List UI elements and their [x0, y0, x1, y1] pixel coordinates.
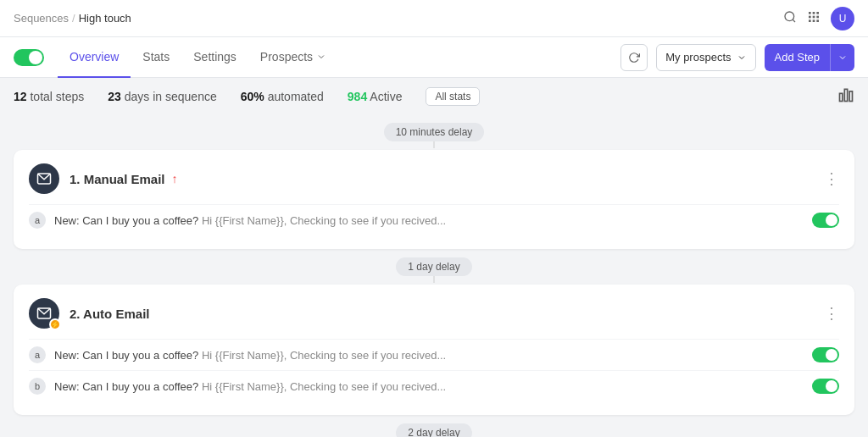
stats-bar: 12 total steps 23 days in sequence 60% a…	[0, 78, 868, 114]
breadcrumb-parent[interactable]: Sequences	[14, 12, 69, 25]
stat-days-in-sequence: 23 days in sequence	[108, 90, 216, 103]
delay-badge-1: 10 minutes delay	[14, 123, 854, 141]
chevron-down-icon	[316, 52, 326, 62]
step-2-icon: ⚡	[29, 298, 59, 329]
top-right-icons: U	[783, 7, 854, 30]
add-step-button[interactable]: Add Step	[765, 44, 855, 71]
svg-point-0	[785, 12, 794, 21]
step-1-header: 1. Manual Email ↑ ⋮	[29, 163, 839, 194]
svg-rect-3	[813, 12, 815, 14]
step-2-row-b: b New: Can I buy you a coffee? Hi {{Firs…	[29, 370, 839, 401]
tab-settings[interactable]: Settings	[181, 37, 248, 78]
tab-overview[interactable]: Overview	[58, 37, 131, 78]
step-1-icon	[29, 163, 59, 194]
step-2-row-a: a New: Can I buy you a coffee? Hi {{Firs…	[29, 339, 839, 370]
step-card-1: 1. Manual Email ↑ ⋮ a New: Can I buy you…	[14, 150, 854, 249]
delay-pill-2: 1 day delay	[396, 257, 471, 276]
avatar[interactable]: U	[831, 7, 854, 30]
svg-rect-11	[840, 93, 843, 101]
refresh-button[interactable]	[620, 44, 648, 71]
svg-rect-10	[816, 19, 819, 22]
row-toggle-2a[interactable]	[812, 347, 839, 362]
sub-nav-right: My prospects Add Step	[620, 44, 854, 71]
row-letter-a: a	[29, 212, 46, 229]
toggle-2a[interactable]	[812, 347, 839, 362]
step-1-title: 1. Manual Email ↑	[70, 172, 824, 186]
toggle-a[interactable]	[812, 213, 839, 228]
chart-icon[interactable]	[837, 86, 854, 106]
svg-rect-6	[813, 15, 815, 18]
all-stats-button[interactable]: All stats	[426, 87, 480, 106]
main-content: 10 minutes delay 1. Manual Email ↑ ⋮ a N…	[0, 114, 868, 437]
add-step-label[interactable]: Add Step	[765, 44, 831, 71]
tab-prospects[interactable]: Prospects	[248, 37, 338, 78]
svg-rect-13	[849, 91, 852, 102]
svg-rect-9	[813, 19, 815, 22]
add-step-caret[interactable]	[831, 44, 854, 71]
row-text-2a: New: Can I buy you a coffee? Hi {{First …	[54, 349, 812, 362]
svg-rect-8	[809, 19, 811, 22]
active-toggle[interactable]	[14, 49, 44, 66]
search-icon[interactable]	[783, 10, 797, 27]
stat-total-steps: 12 total steps	[14, 90, 84, 103]
grid-icon[interactable]	[807, 10, 821, 27]
delay-pill-1: 10 minutes delay	[384, 123, 485, 141]
step-2-header: ⚡ 2. Auto Email ⋮	[29, 298, 839, 329]
top-bar: Sequences / High touch U	[0, 0, 868, 37]
step-card-2: ⚡ 2. Auto Email ⋮ a New: Can I buy you a…	[14, 285, 854, 415]
delay-badge-3: 2 day delay	[14, 423, 854, 437]
row-text-2b: New: Can I buy you a coffee? Hi {{First …	[54, 380, 812, 393]
breadcrumb-current: High touch	[79, 12, 131, 25]
row-toggle-a[interactable]	[812, 213, 839, 228]
row-text-a: New: Can I buy you a coffee? Hi {{First …	[54, 214, 812, 227]
sub-nav: Overview Stats Settings Prospects My pro…	[0, 37, 868, 78]
step-1-menu[interactable]: ⋮	[824, 171, 839, 186]
auto-email-badge: ⚡	[49, 318, 61, 330]
row-letter-2b: b	[29, 378, 46, 395]
svg-rect-12	[844, 89, 847, 101]
breadcrumb: Sequences / High touch	[14, 12, 131, 25]
delay-pill-3: 2 day delay	[396, 423, 471, 437]
stat-automated: 60% automated	[241, 90, 324, 103]
delay-badge-2: 1 day delay	[14, 257, 854, 276]
svg-rect-4	[816, 12, 819, 14]
svg-rect-2	[809, 12, 811, 14]
priority-icon-1: ↑	[172, 172, 178, 185]
row-toggle-2b[interactable]	[812, 379, 839, 394]
toggle-2b[interactable]	[812, 379, 839, 394]
prospects-filter-dropdown[interactable]: My prospects	[656, 44, 755, 71]
step-2-menu[interactable]: ⋮	[824, 306, 839, 321]
step-1-row-a: a New: Can I buy you a coffee? Hi {{Firs…	[29, 204, 839, 235]
svg-line-1	[793, 19, 795, 22]
nav-tabs: Overview Stats Settings Prospects	[58, 37, 338, 78]
add-step-chevron-icon	[837, 53, 848, 63]
prospects-dropdown-chevron	[737, 53, 747, 63]
svg-rect-5	[809, 15, 811, 18]
row-letter-2a: a	[29, 346, 46, 363]
step-2-title: 2. Auto Email	[70, 307, 824, 321]
breadcrumb-sep: /	[72, 12, 75, 25]
svg-rect-7	[816, 15, 819, 18]
steps-wrapper: 10 minutes delay 1. Manual Email ↑ ⋮ a N…	[14, 114, 854, 437]
stat-active: 984 Active	[348, 90, 403, 103]
tab-stats[interactable]: Stats	[131, 37, 181, 78]
